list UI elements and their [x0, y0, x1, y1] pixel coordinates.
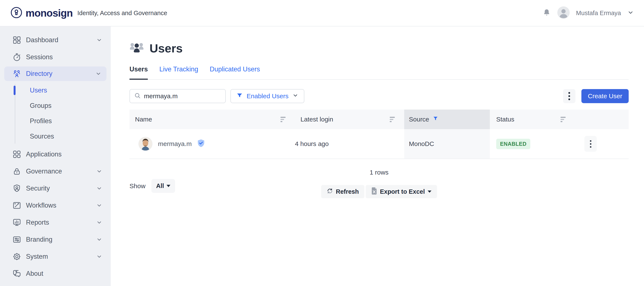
create-user-button[interactable]: Create User: [582, 89, 629, 103]
chevron-down-icon: [96, 185, 102, 191]
sort-icon[interactable]: [560, 117, 566, 122]
users-group-icon: [130, 42, 144, 55]
brand-name: monosign: [26, 7, 72, 19]
sidebar-item-label: About: [26, 270, 102, 277]
user-photo-avatar: [138, 137, 152, 151]
status-cell: ENABLED: [490, 129, 575, 159]
user-avatar[interactable]: [557, 7, 570, 20]
sidebar-item-label: Dashboard: [26, 36, 96, 44]
active-indicator-bar: [14, 86, 16, 95]
sidebar-item-applications[interactable]: Applications: [0, 146, 111, 163]
chevron-down-icon: [292, 93, 298, 100]
sidebar-item-security[interactable]: Security: [0, 180, 111, 197]
notifications-bell-icon[interactable]: [542, 8, 551, 18]
sub-item-label: Users: [30, 87, 47, 94]
sidebar-item-label: Workflows: [26, 202, 96, 209]
table-row[interactable]: mermaya.m 4 hours ago MonoDC ENABLED: [130, 129, 629, 159]
sidebar-item-workflows[interactable]: Workflows: [0, 197, 111, 214]
caret-down-icon: [166, 185, 170, 187]
row-actions-kebab-button[interactable]: [584, 136, 597, 152]
main-content: Users Users Live Tracking Duplicated Use…: [111, 0, 644, 206]
export-to-excel-button[interactable]: Export to Excel: [366, 185, 437, 198]
sidebar-item-label: System: [26, 253, 96, 260]
applications-icon: [12, 149, 22, 159]
sidebar: Dashboard Sessions Directory U: [0, 27, 111, 286]
table-options-kebab-button[interactable]: [563, 89, 576, 103]
sub-item-label: Sources: [30, 133, 54, 140]
top-header: monosign Identity, Access and Governance…: [0, 0, 644, 27]
column-header-actions: [575, 110, 629, 129]
sub-item-label: Profiles: [30, 117, 52, 125]
tab-users[interactable]: Users: [130, 65, 148, 80]
chevron-down-icon: [96, 254, 102, 259]
sidebar-item-sources[interactable]: Sources: [0, 129, 111, 144]
chevron-down-icon: [96, 236, 102, 242]
monosign-logo-icon: [10, 7, 22, 20]
filter-button[interactable]: Enabled Users: [230, 89, 304, 103]
rows-count: 1 rows: [130, 169, 629, 176]
sidebar-item-label: Reports: [26, 219, 96, 226]
gear-icon: [12, 252, 22, 261]
search-input[interactable]: [144, 93, 221, 100]
sidebar-item-reports[interactable]: Reports: [0, 214, 111, 231]
filter-label: Enabled Users: [246, 93, 288, 100]
excel-file-icon: [371, 187, 377, 196]
sidebar-item-governance[interactable]: Governance: [0, 163, 111, 180]
latest-login-cell: 4 hours ago: [295, 129, 404, 159]
sidebar-item-system[interactable]: System: [0, 248, 111, 265]
row-actions-cell: [575, 129, 629, 159]
column-header-source[interactable]: Source: [404, 110, 490, 129]
reports-icon: [12, 218, 22, 227]
dashboard-icon: [12, 35, 22, 45]
search-box[interactable]: [130, 89, 226, 103]
sidebar-item-label: Sessions: [26, 53, 102, 61]
sidebar-item-sessions[interactable]: Sessions: [0, 49, 111, 66]
active-filter-funnel-icon[interactable]: [432, 116, 438, 123]
sidebar-item-directory[interactable]: Directory: [4, 67, 106, 81]
show-label: Show: [130, 182, 146, 190]
chevron-down-icon: [96, 219, 102, 225]
column-header-name[interactable]: Name: [130, 110, 295, 129]
users-table: Name Latest login Source Status: [130, 110, 629, 159]
sidebar-item-about[interactable]: About: [0, 265, 111, 282]
tab-bar: Users Live Tracking Duplicated Users: [130, 65, 629, 80]
column-header-status[interactable]: Status: [490, 110, 575, 129]
source-cell: MonoDC: [404, 129, 490, 159]
brand-logo[interactable]: monosign Identity, Access and Governance: [10, 7, 167, 20]
sidebar-item-groups[interactable]: Groups: [0, 98, 111, 113]
sidebar-item-label: Applications: [26, 150, 102, 158]
page-title: Users: [150, 41, 183, 55]
refresh-icon: [327, 188, 333, 196]
sidebar-item-label: Security: [26, 185, 96, 192]
user-name-text[interactable]: mermaya.m: [158, 140, 192, 147]
sort-icon[interactable]: [280, 117, 286, 122]
chevron-down-icon: [96, 202, 102, 208]
user-name[interactable]: Mustafa Ermaya: [576, 10, 621, 17]
tab-live-tracking[interactable]: Live Tracking: [159, 65, 198, 79]
sidebar-item-dashboard[interactable]: Dashboard: [0, 32, 111, 49]
shield-user-icon: [12, 183, 22, 193]
refresh-button[interactable]: Refresh: [321, 185, 364, 198]
brand-tagline: Identity, Access and Governance: [77, 10, 167, 17]
sort-icon[interactable]: [390, 117, 395, 122]
sidebar-item-profiles[interactable]: Profiles: [0, 113, 111, 129]
user-menu-chevron-icon[interactable]: [628, 9, 634, 17]
tab-duplicated-users[interactable]: Duplicated Users: [210, 65, 260, 79]
directory-subnav: Users Groups Profiles Sources: [0, 82, 111, 146]
sidebar-item-label: Branding: [26, 236, 96, 243]
user-name-cell[interactable]: mermaya.m: [130, 129, 295, 159]
table-header-row: Name Latest login Source Status: [130, 110, 629, 129]
search-icon: [134, 92, 141, 100]
verified-shield-icon: [197, 139, 205, 149]
page-size-dropdown[interactable]: All: [152, 179, 175, 193]
directory-people-icon: [12, 69, 22, 79]
caret-down-icon: [428, 190, 432, 193]
about-icon: [12, 269, 22, 278]
column-header-latest-login[interactable]: Latest login: [295, 110, 404, 129]
sidebar-item-label: Governance: [26, 167, 96, 175]
sidebar-item-users[interactable]: Users: [0, 83, 111, 98]
stopwatch-icon: [12, 52, 22, 62]
filter-funnel-icon: [236, 92, 243, 100]
sidebar-item-branding[interactable]: Branding: [0, 231, 111, 248]
chevron-down-icon: [96, 168, 102, 174]
